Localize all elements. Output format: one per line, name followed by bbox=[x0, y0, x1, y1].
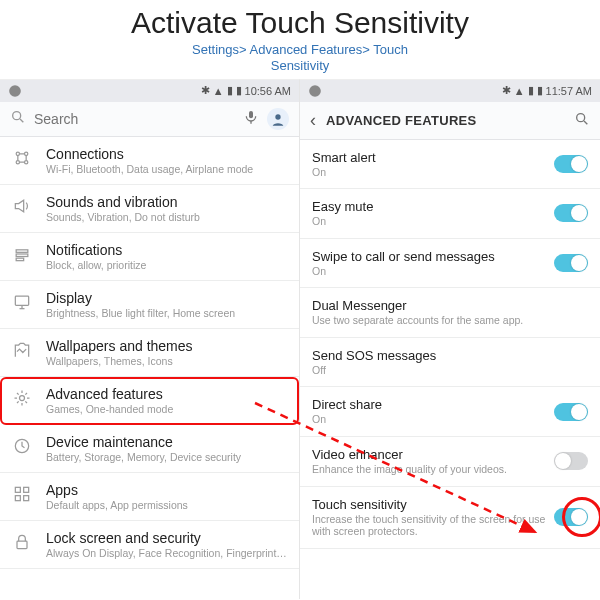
toggle-video-enhancer[interactable] bbox=[554, 452, 588, 470]
settings-item-title: Sounds and vibration bbox=[46, 194, 287, 210]
af-item-easy-mute[interactable]: Easy mute On bbox=[300, 189, 600, 239]
svg-point-24 bbox=[309, 85, 321, 97]
af-item-title: Send SOS messages bbox=[312, 348, 588, 363]
notifications-icon bbox=[10, 242, 34, 264]
wallpapers-icon bbox=[10, 338, 34, 360]
breadcrumb: Settings> Advanced Features> Touch Sensi… bbox=[0, 42, 600, 75]
svg-rect-22 bbox=[24, 495, 29, 500]
svg-rect-23 bbox=[17, 541, 27, 549]
status-time-right: 11:57 AM bbox=[546, 85, 592, 97]
settings-item-title: Connections bbox=[46, 146, 287, 162]
search-input[interactable] bbox=[34, 111, 235, 127]
af-item-touch-sensitivity[interactable]: Touch sensitivity Increase the touch sen… bbox=[300, 487, 600, 549]
settings-item-sub: Battery, Storage, Memory, Device securit… bbox=[46, 451, 287, 463]
svg-point-10 bbox=[25, 160, 28, 163]
display-icon bbox=[10, 290, 34, 312]
settings-item-display[interactable]: Display Brightness, Blue light filter, H… bbox=[0, 281, 299, 329]
back-icon[interactable]: ‹ bbox=[310, 110, 316, 131]
settings-item-sub: Wi-Fi, Bluetooth, Data usage, Airplane m… bbox=[46, 163, 287, 175]
settings-item-sub: Default apps, App permissions bbox=[46, 499, 287, 511]
svg-point-9 bbox=[16, 160, 19, 163]
af-item-sub: Enhance the image quality of your videos… bbox=[312, 463, 546, 476]
toggle-easy-mute[interactable] bbox=[554, 204, 588, 222]
avatar[interactable] bbox=[267, 108, 289, 130]
svg-point-1 bbox=[13, 112, 21, 120]
svg-point-7 bbox=[16, 152, 19, 155]
svg-rect-13 bbox=[16, 258, 24, 261]
svg-point-8 bbox=[25, 152, 28, 155]
svg-line-26 bbox=[584, 121, 587, 124]
bluetooth-icon: ✱ bbox=[502, 84, 511, 97]
bluetooth-icon: ✱ bbox=[201, 84, 210, 97]
settings-item-apps[interactable]: Apps Default apps, App permissions bbox=[0, 473, 299, 521]
settings-item-lock[interactable]: Lock screen and security Always On Displ… bbox=[0, 521, 299, 569]
af-item-send-sos-messages[interactable]: Send SOS messages Off bbox=[300, 338, 600, 388]
af-item-swipe-to-call-or-send-messages[interactable]: Swipe to call or send messages On bbox=[300, 239, 600, 289]
svg-rect-14 bbox=[15, 296, 28, 305]
af-item-sub: On bbox=[312, 265, 546, 278]
signal-icon: ▮ bbox=[227, 84, 233, 97]
advanced-features-header: ‹ ADVANCED FEATURES bbox=[300, 102, 600, 140]
apps-icon bbox=[10, 482, 34, 504]
search-row bbox=[0, 102, 299, 137]
settings-item-connections[interactable]: Connections Wi-Fi, Bluetooth, Data usage… bbox=[0, 137, 299, 185]
toggle-swipe-to-call-or-send-messages[interactable] bbox=[554, 254, 588, 272]
settings-item-wallpapers[interactable]: Wallpapers and themes Wallpapers, Themes… bbox=[0, 329, 299, 377]
svg-rect-21 bbox=[15, 495, 20, 500]
advanced-features-title: ADVANCED FEATURES bbox=[326, 113, 564, 128]
af-item-title: Video enhancer bbox=[312, 447, 546, 462]
search-icon[interactable] bbox=[10, 109, 26, 128]
svg-point-6 bbox=[275, 114, 280, 119]
status-bar-right: ✱ ▲ ▮ ▮ 11:57 AM bbox=[300, 80, 600, 102]
settings-item-sub: Sounds, Vibration, Do not disturb bbox=[46, 211, 287, 223]
af-item-direct-share[interactable]: Direct share On bbox=[300, 387, 600, 437]
mic-icon[interactable] bbox=[243, 109, 259, 128]
maintenance-icon bbox=[10, 434, 34, 456]
settings-item-maintenance[interactable]: Device maintenance Battery, Storage, Mem… bbox=[0, 425, 299, 473]
page-title: Activate Touch Sensitivity bbox=[0, 0, 600, 40]
status-bar-left: ✱ ▲ ▮ ▮ 10:56 AM bbox=[0, 80, 299, 102]
settings-item-sub: Always On Display, Face Recognition, Fin… bbox=[46, 547, 287, 559]
svg-rect-11 bbox=[16, 249, 28, 252]
svg-rect-20 bbox=[24, 487, 29, 492]
settings-item-title: Device maintenance bbox=[46, 434, 287, 450]
battery-icon: ▮ bbox=[236, 84, 242, 97]
signal-icon: ▮ bbox=[528, 84, 534, 97]
settings-list: Connections Wi-Fi, Bluetooth, Data usage… bbox=[0, 137, 299, 569]
settings-item-title: Notifications bbox=[46, 242, 287, 258]
wifi-icon: ▲ bbox=[514, 85, 525, 97]
toggle-touch-sensitivity[interactable] bbox=[554, 508, 588, 526]
af-item-title: Swipe to call or send messages bbox=[312, 249, 546, 264]
panels: ✱ ▲ ▮ ▮ 10:56 AM Connections Wi-Fi, Blue… bbox=[0, 79, 600, 599]
settings-item-sub: Wallpapers, Themes, Icons bbox=[46, 355, 287, 367]
settings-item-sub: Brightness, Blue light filter, Home scre… bbox=[46, 307, 287, 319]
af-item-sub: Increase the touch sensitivity of the sc… bbox=[312, 513, 546, 538]
settings-item-advanced[interactable]: Advanced features Games, One-handed mode bbox=[0, 377, 299, 425]
search-icon[interactable] bbox=[574, 111, 590, 130]
af-item-dual-messenger[interactable]: Dual Messenger Use two separate accounts… bbox=[300, 288, 600, 338]
breadcrumb-line-1: Settings> Advanced Features> Touch bbox=[192, 42, 408, 57]
reddit-icon bbox=[308, 84, 322, 98]
settings-item-sound[interactable]: Sounds and vibration Sounds, Vibration, … bbox=[0, 185, 299, 233]
svg-line-2 bbox=[20, 119, 23, 122]
advanced-features-list: Smart alert On Easy mute On Swipe to cal… bbox=[300, 140, 600, 549]
settings-item-sub: Games, One-handed mode bbox=[46, 403, 287, 415]
af-item-smart-alert[interactable]: Smart alert On bbox=[300, 140, 600, 190]
advanced-features-panel: ✱ ▲ ▮ ▮ 11:57 AM ‹ ADVANCED FEATURES Sma… bbox=[300, 79, 600, 599]
svg-point-25 bbox=[577, 113, 585, 121]
af-item-title: Dual Messenger bbox=[312, 298, 588, 313]
lock-icon bbox=[10, 530, 34, 552]
advanced-icon bbox=[10, 386, 34, 408]
settings-item-sub: Block, allow, prioritize bbox=[46, 259, 287, 271]
af-item-sub: On bbox=[312, 413, 546, 426]
svg-rect-12 bbox=[16, 254, 28, 257]
settings-item-notifications[interactable]: Notifications Block, allow, prioritize bbox=[0, 233, 299, 281]
af-item-video-enhancer[interactable]: Video enhancer Enhance the image quality… bbox=[300, 437, 600, 487]
toggle-smart-alert[interactable] bbox=[554, 155, 588, 173]
reddit-icon bbox=[8, 84, 22, 98]
af-item-title: Easy mute bbox=[312, 199, 546, 214]
settings-item-title: Advanced features bbox=[46, 386, 287, 402]
settings-item-title: Display bbox=[46, 290, 287, 306]
toggle-direct-share[interactable] bbox=[554, 403, 588, 421]
af-item-sub: On bbox=[312, 215, 546, 228]
